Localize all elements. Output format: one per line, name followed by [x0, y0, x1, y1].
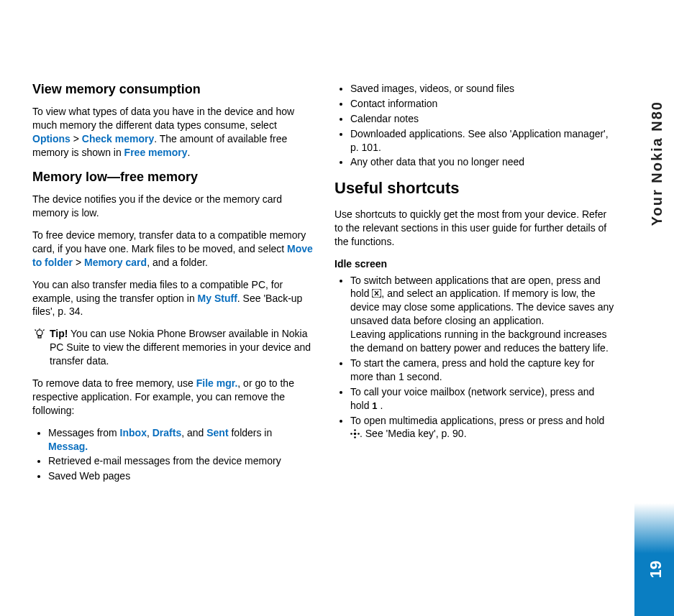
para-remove: To remove data to free memory, use File …	[32, 377, 313, 418]
text: To remove data to free memory, use	[32, 377, 196, 389]
text: , and a folder.	[147, 257, 208, 268]
svg-point-8	[354, 437, 356, 439]
list-item: Saved Web pages	[48, 469, 313, 483]
text: To free device memory, transfer data to …	[32, 229, 306, 254]
list-item: Any other data that you no longer need	[350, 155, 615, 169]
list-item: Contact information	[350, 97, 615, 111]
nav-sent: Sent	[206, 427, 228, 438]
svg-line-2	[43, 330, 45, 331]
nav-file-mgr: File mgr.	[196, 377, 238, 389]
idle-list: To switch between applications that are …	[334, 274, 615, 441]
list-item: Saved images, videos, or sound files	[350, 82, 615, 96]
svg-line-1	[35, 330, 37, 331]
text: . See 'Media key', p. 90.	[360, 428, 467, 439]
para-useful: Use shortcuts to quickly get the most fr…	[334, 208, 615, 249]
svg-point-6	[354, 433, 357, 436]
key-1-icon: 1	[372, 400, 377, 413]
remove-list: Messages from Inbox, Drafts, and Sent fo…	[32, 426, 313, 484]
svg-point-0	[37, 330, 42, 336]
nav-options: Options	[32, 133, 70, 144]
text: Leaving applications running in the back…	[350, 328, 609, 354]
text: To call your voice mailbox (network serv…	[350, 386, 594, 411]
nav-drafts: Drafts	[152, 427, 181, 438]
side-strip-top	[634, 0, 674, 503]
media-key-icon	[350, 428, 360, 441]
heading-memory-low: Memory low—free memory	[32, 168, 313, 185]
heading-useful-shortcuts: Useful shortcuts	[334, 178, 615, 199]
list-item: Messages from Inbox, Drafts, and Sent fo…	[48, 426, 313, 454]
tip-body: You can use Nokia Phone Browser availabl…	[50, 328, 311, 367]
content-area: View memory consumption To view what typ…	[32, 81, 615, 492]
para-low-1: The device notifies you if the device or…	[32, 193, 313, 220]
text: To view what types of data you have in t…	[32, 106, 294, 131]
tip-block: Tip! You can use Nokia Phone Browser ava…	[50, 327, 313, 368]
remove-list-cont: Saved images, videos, or sound files Con…	[334, 82, 615, 169]
text: >	[73, 257, 84, 268]
svg-point-9	[350, 433, 352, 436]
svg-rect-4	[38, 336, 41, 338]
subhead-idle-screen: Idle screen	[334, 257, 615, 271]
list-item: To open multimedia applications, press o…	[350, 414, 615, 441]
text: .	[188, 147, 191, 158]
nav-my-stuff: My Stuff	[198, 293, 237, 304]
side-strip	[634, 0, 674, 616]
para-view-memory: To view what types of data you have in t…	[32, 105, 313, 160]
list-item: Downloaded applications. See also 'Appli…	[350, 127, 615, 155]
page-number: 19	[647, 561, 665, 578]
text: , and select an application. If memory i…	[350, 288, 614, 326]
list-item: To call your voice mailbox (network serv…	[350, 385, 615, 413]
text: ,	[147, 427, 152, 438]
text: To open multimedia applications, press o…	[350, 415, 604, 426]
nav-inbox: Inbox	[120, 427, 147, 438]
side-strip-gradient	[634, 503, 674, 553]
nav-free-memory: Free memory	[124, 147, 188, 158]
para-low-2: To free device memory, transfer data to …	[32, 229, 313, 270]
nav-messag: Messag.	[48, 441, 88, 452]
list-item: To start the camera, press and hold the …	[350, 357, 615, 384]
text: , and	[181, 427, 206, 438]
text: >	[70, 133, 82, 144]
right-column: Saved images, videos, or sound files Con…	[334, 81, 615, 492]
nav-memory-card: Memory card	[84, 257, 147, 268]
side-label: Your Nokia N80	[649, 101, 665, 226]
para-low-3: You can also transfer media files to a c…	[32, 278, 313, 319]
text: folders in	[229, 427, 273, 438]
left-column: View memory consumption To view what typ…	[32, 81, 313, 492]
menu-key-icon	[372, 288, 381, 300]
text: .	[378, 400, 383, 411]
list-item: Calendar notes	[350, 112, 615, 126]
svg-point-7	[354, 430, 356, 432]
list-item: To switch between applications that are …	[350, 274, 615, 355]
list-item: Retrieved e-mail messages from the devic…	[48, 454, 313, 468]
text: Messages from	[48, 427, 120, 438]
heading-view-memory: View memory consumption	[32, 81, 313, 98]
tip-label: Tip!	[50, 328, 68, 339]
tip-icon	[34, 328, 45, 344]
nav-check-memory: Check memory	[82, 133, 154, 144]
